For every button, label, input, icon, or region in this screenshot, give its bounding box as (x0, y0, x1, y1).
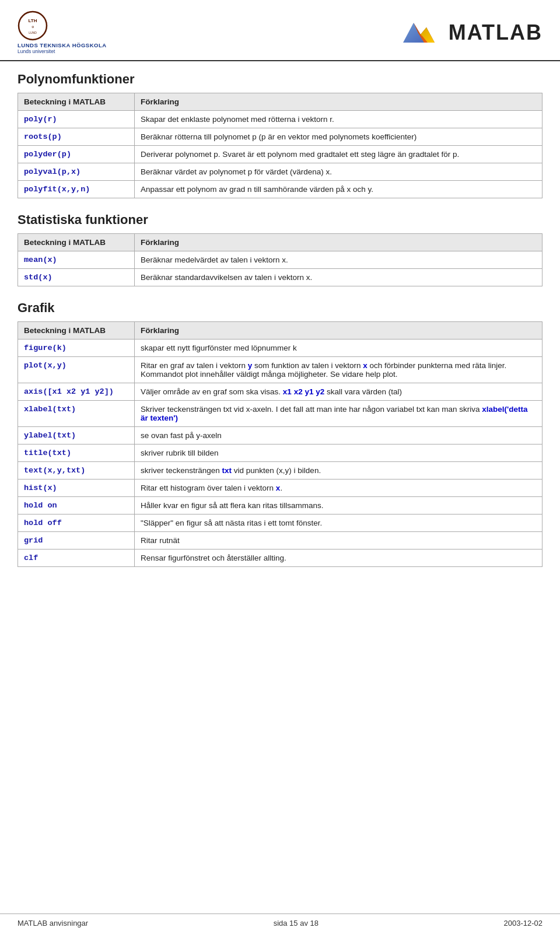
stat-section-heading: Statistiska funktioner (18, 212, 542, 228)
function-desc: Ritar ett histogram över talen i vektorn… (135, 480, 542, 497)
table-row: gridRitar rutnät (18, 532, 542, 550)
function-desc: Ritar en graf av talen i vektorn y som f… (135, 357, 542, 383)
grafik-col2-header: Förklaring (135, 322, 542, 340)
table-row: figure(k)skapar ett nytt figurfönster me… (18, 340, 542, 357)
table-row: hold onHåller kvar en figur så att flera… (18, 497, 542, 514)
table-row: title(txt)skriver rubrik till bilden (18, 444, 542, 462)
lunds-name: Lunds universitet (18, 48, 55, 54)
function-name: clf (18, 550, 135, 567)
function-desc: skriver teckensträngen txt vid punkten (… (135, 462, 542, 480)
function-desc: "Släpper" en figur så att nästa ritas i … (135, 514, 542, 532)
matlab-logo-svg (403, 17, 440, 48)
function-name: polyder(p) (18, 146, 135, 163)
grafik-col1-header: Beteckning i MATLAB (18, 322, 135, 340)
function-name: title(txt) (18, 444, 135, 462)
function-name: mean(x) (18, 251, 135, 269)
function-name: hold off (18, 514, 135, 532)
footer-right: 2003-12-02 (504, 919, 543, 928)
function-desc: Beräknar standardavvikelsen av talen i v… (135, 269, 542, 286)
svg-text:LTH: LTH (29, 18, 37, 23)
stat-table: Beteckning i MATLAB Förklaring mean(x)Be… (18, 233, 542, 286)
table-row: poly(r)Skapar det enklaste polynomet med… (18, 111, 542, 128)
function-name: grid (18, 532, 135, 550)
function-desc: Skriver teckensträngen txt vid x-axeln. … (135, 401, 542, 427)
table-row: polyfit(x,y,n)Anpassar ett polynom av gr… (18, 181, 542, 198)
table-row: std(x)Beräknar standardavvikelsen av tal… (18, 269, 542, 286)
table-row: hold off"Släpper" en figur så att nästa … (18, 514, 542, 532)
main-content: Polynomfunktioner Beteckning i MATLAB Fö… (0, 72, 560, 567)
function-name: plot(x,y) (18, 357, 135, 383)
matlab-title: MATLAB (449, 20, 542, 45)
function-name: poly(r) (18, 111, 135, 128)
svg-text:⚙: ⚙ (32, 25, 34, 29)
function-desc: Rensar figurfönstret och återställer all… (135, 550, 542, 567)
function-desc: Beräknar medelvärdet av talen i vektorn … (135, 251, 542, 269)
lth-logo-circle-svg: LTH ⚙ LUND (18, 10, 48, 41)
function-desc: Anpassar ett polynom av grad n till samh… (135, 181, 542, 198)
function-desc: skriver rubrik till bilden (135, 444, 542, 462)
table-row: axis([x1 x2 y1 y2])Väljer område av en g… (18, 383, 542, 401)
table-row: ylabel(txt)se ovan fast på y-axeln (18, 427, 542, 444)
poly-col1-header: Beteckning i MATLAB (18, 93, 135, 111)
function-desc: se ovan fast på y-axeln (135, 427, 542, 444)
table-row: mean(x)Beräknar medelvärdet av talen i v… (18, 251, 542, 269)
table-row: plot(x,y)Ritar en graf av talen i vektor… (18, 357, 542, 383)
function-desc: Beräknar värdet av polynomet p för värde… (135, 163, 542, 181)
lth-logo: LTH ⚙ LUND LUNDS TEKNISKA HÖGSKOLA Lunds… (18, 10, 107, 54)
grafik-section-heading: Grafik (18, 300, 542, 316)
footer-center: sida 15 av 18 (274, 919, 318, 928)
function-name: ylabel(txt) (18, 427, 135, 444)
page-footer: MATLAB anvisningar sida 15 av 18 2003-12… (0, 914, 560, 928)
stat-col1-header: Beteckning i MATLAB (18, 234, 135, 251)
function-desc: Beräknar rötterna till polynomet p (p är… (135, 128, 542, 146)
function-name: std(x) (18, 269, 135, 286)
table-row: text(x,y,txt)skriver teckensträngen txt … (18, 462, 542, 480)
lth-name: LUNDS TEKNISKA HÖGSKOLA (18, 42, 107, 48)
function-name: text(x,y,txt) (18, 462, 135, 480)
function-name: figure(k) (18, 340, 135, 357)
function-desc: skapar ett nytt figurfönster med löpnumm… (135, 340, 542, 357)
function-name: polyval(p,x) (18, 163, 135, 181)
table-row: polyval(p,x)Beräknar värdet av polynomet… (18, 163, 542, 181)
function-desc: Deriverar polynomet p. Svaret är ett pol… (135, 146, 542, 163)
table-row: polyder(p)Deriverar polynomet p. Svaret … (18, 146, 542, 163)
function-desc: Ritar rutnät (135, 532, 542, 550)
table-row: xlabel(txt)Skriver teckensträngen txt vi… (18, 401, 542, 427)
matlab-branding: MATLAB (403, 17, 542, 48)
page-header: LTH ⚙ LUND LUNDS TEKNISKA HÖGSKOLA Lunds… (0, 0, 560, 61)
grafik-table: Beteckning i MATLAB Förklaring figure(k)… (18, 321, 542, 567)
table-row: hist(x)Ritar ett histogram över talen i … (18, 480, 542, 497)
function-name: axis([x1 x2 y1 y2]) (18, 383, 135, 401)
function-name: xlabel(txt) (18, 401, 135, 427)
function-name: hold on (18, 497, 135, 514)
poly-section-heading: Polynomfunktioner (18, 72, 542, 87)
function-desc: Håller kvar en figur så att flera kan ri… (135, 497, 542, 514)
poly-col2-header: Förklaring (135, 93, 542, 111)
function-desc: Skapar det enklaste polynomet med rötter… (135, 111, 542, 128)
function-name: hist(x) (18, 480, 135, 497)
poly-table: Beteckning i MATLAB Förklaring poly(r)Sk… (18, 93, 542, 198)
function-name: roots(p) (18, 128, 135, 146)
table-row: clfRensar figurfönstret och återställer … (18, 550, 542, 567)
function-name: polyfit(x,y,n) (18, 181, 135, 198)
footer-left: MATLAB anvisningar (18, 919, 88, 928)
table-row: roots(p)Beräknar rötterna till polynomet… (18, 128, 542, 146)
function-desc: Väljer område av en graf som ska visas. … (135, 383, 542, 401)
stat-col2-header: Förklaring (135, 234, 542, 251)
svg-text:LUND: LUND (29, 31, 37, 34)
